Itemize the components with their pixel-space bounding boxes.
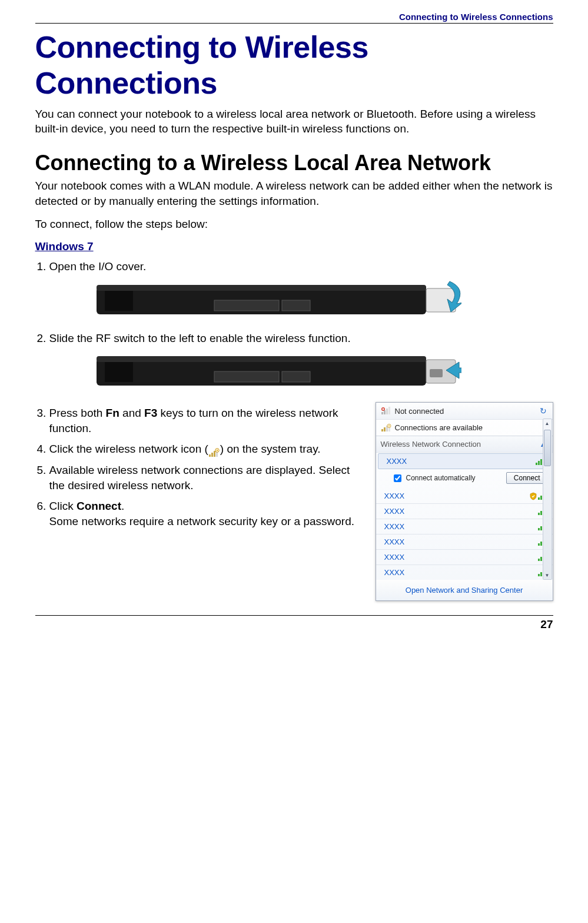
popup-scrollbar[interactable]: ▲ ▼ <box>543 419 552 580</box>
svg-rect-7 <box>97 356 426 362</box>
step-1: Open the I/O cover. <box>49 259 553 325</box>
network-name: XXXX <box>384 492 531 500</box>
network-item[interactable]: XXXX <box>376 489 553 504</box>
svg-rect-35 <box>540 496 542 500</box>
svg-point-29 <box>388 425 389 426</box>
not-connected-label: Not connected <box>395 407 539 416</box>
network-name: XXXX <box>387 457 535 466</box>
svg-rect-25 <box>384 427 386 431</box>
svg-rect-8 <box>105 362 133 382</box>
svg-rect-47 <box>540 542 542 546</box>
connect-auto-label: Connect automatically <box>406 474 503 482</box>
step-5: Available wireless network connections a… <box>49 463 368 493</box>
network-item[interactable]: XXXX <box>376 565 553 580</box>
svg-rect-12 <box>430 369 443 377</box>
svg-rect-31 <box>538 461 540 465</box>
scroll-thumb[interactable] <box>544 430 551 466</box>
svg-rect-10 <box>282 371 310 382</box>
connect-auto-row: Connect automatically Connect <box>376 470 553 489</box>
network-item[interactable]: XXXX <box>376 519 553 534</box>
network-item[interactable]: XXXX <box>376 534 553 550</box>
svg-rect-46 <box>538 543 540 546</box>
page-number: 27 <box>35 615 553 631</box>
step-2: Slide the RF switch to the left to enabl… <box>49 331 553 397</box>
svg-rect-50 <box>538 559 540 561</box>
svg-rect-14 <box>211 453 213 457</box>
svg-point-18 <box>217 450 218 451</box>
network-name: XXXX <box>384 537 537 546</box>
wireless-tray-icon <box>208 446 220 456</box>
popup-header-row: Not connected ↻ <box>376 403 553 420</box>
refresh-icon[interactable]: ↻ <box>539 406 548 416</box>
popup-section-row[interactable]: Wireless Network Connection ▲ <box>376 436 553 453</box>
step-6: Click Connect. Some networks require a n… <box>49 499 368 529</box>
step-4: Click the wireless network icon ( ) on t… <box>49 441 368 457</box>
network-item-selected[interactable]: XXXX <box>378 453 551 469</box>
svg-rect-2 <box>105 291 133 311</box>
network-name: XXXX <box>384 522 537 531</box>
svg-rect-9 <box>214 371 279 382</box>
svg-rect-19 <box>381 412 383 414</box>
scroll-down-arrow-icon[interactable]: ▼ <box>543 571 552 579</box>
svg-rect-15 <box>214 451 215 457</box>
svg-rect-30 <box>536 463 537 465</box>
svg-rect-39 <box>540 511 542 515</box>
wireless-network-popup: Not connected ↻ Connecti <box>376 402 553 601</box>
connections-available-row: Connections are available <box>376 420 553 436</box>
running-header: Connecting to Wireless Connections <box>35 12 553 24</box>
laptop-open-cover-illustration <box>97 277 461 325</box>
svg-rect-38 <box>538 513 540 515</box>
svg-rect-32 <box>540 459 542 465</box>
page-title: Connecting to Wireless Connections <box>35 29 553 102</box>
connect-auto-checkbox[interactable] <box>394 474 401 482</box>
svg-rect-24 <box>381 429 383 431</box>
section-paragraph-2: To connect, follow the steps below: <box>35 217 553 232</box>
os-heading: Windows 7 <box>35 240 553 253</box>
svg-rect-3 <box>214 300 279 311</box>
svg-rect-4 <box>282 300 310 311</box>
svg-rect-20 <box>384 410 386 414</box>
network-name: XXXX <box>384 568 537 577</box>
svg-rect-13 <box>209 454 211 457</box>
svg-rect-43 <box>540 526 542 530</box>
signal-available-icon <box>381 424 391 432</box>
step-3: Press both Fn and F3 keys to turn on the… <box>49 406 368 436</box>
wireless-section-label: Wireless Network Connection <box>381 440 539 449</box>
intro-paragraph: You can connect your notebook to a wirel… <box>35 107 553 137</box>
network-name: XXXX <box>384 507 537 516</box>
svg-rect-21 <box>386 409 388 414</box>
svg-rect-42 <box>538 528 540 530</box>
svg-rect-22 <box>388 407 390 414</box>
signal-disconnected-icon <box>381 407 391 415</box>
connect-button[interactable]: Connect <box>506 472 548 484</box>
svg-rect-54 <box>538 574 540 576</box>
svg-rect-51 <box>540 557 542 561</box>
network-name: XXXX <box>384 553 537 562</box>
open-network-center-link[interactable]: Open Network and Sharing Center <box>376 580 553 600</box>
svg-rect-34 <box>538 497 540 500</box>
laptop-rf-switch-illustration <box>97 348 461 396</box>
section-paragraph-1: Your notebook comes with a WLAN module. … <box>35 178 553 208</box>
svg-rect-55 <box>540 572 542 576</box>
svg-rect-1 <box>97 285 426 291</box>
connections-available-label: Connections are available <box>395 423 548 432</box>
section-title: Connecting to a Wireless Local Area Netw… <box>35 150 553 176</box>
network-item[interactable]: XXXX <box>376 550 553 565</box>
shield-icon <box>529 492 537 500</box>
network-item[interactable]: XXXX <box>376 504 553 519</box>
scroll-up-arrow-icon[interactable]: ▲ <box>543 419 552 427</box>
